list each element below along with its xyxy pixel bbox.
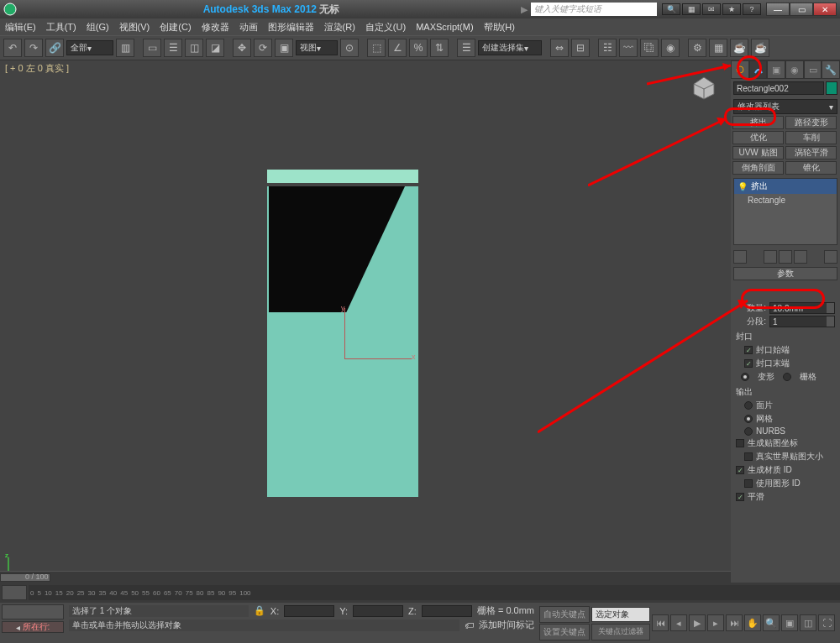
trackbar[interactable]: 0 5 10 15 20 25 30 35 40 45 50 55 60 65 … <box>0 583 840 603</box>
menu-create[interactable]: 创建(C) <box>160 21 191 34</box>
keyfilter-button[interactable]: 关键点过滤器 <box>591 624 650 640</box>
star-icon[interactable]: ★ <box>722 3 741 15</box>
layer-dropdown[interactable]: 全部 ▾ <box>66 40 113 55</box>
select-region-icon[interactable]: ◫ <box>185 39 203 57</box>
y-field[interactable] <box>353 605 403 617</box>
percent-snap-icon[interactable]: % <box>409 39 428 57</box>
subscription-icon[interactable]: ▦ <box>682 3 701 15</box>
menu-animation[interactable]: 动画 <box>239 21 258 34</box>
lathe-button[interactable]: 车削 <box>785 131 837 144</box>
cap-grid-radio[interactable] <box>783 373 791 381</box>
render-frame-icon[interactable]: ▦ <box>709 39 727 57</box>
menu-tools[interactable]: 工具(T) <box>46 21 76 34</box>
out-patch-radio[interactable] <box>744 401 753 410</box>
zoom-extents-icon[interactable]: ▣ <box>781 614 798 631</box>
snap-icon[interactable]: ⬚ <box>367 39 386 57</box>
pathdeform-button[interactable]: 路径变形 <box>785 116 837 129</box>
genmat-checkbox[interactable]: ✓ <box>736 466 744 474</box>
menu-edit[interactable]: 编辑(E) <box>5 21 36 34</box>
uvwmap-button[interactable]: UVW 贴图 <box>732 146 784 159</box>
viewport-hscroll[interactable]: 0 / 100 <box>0 571 731 583</box>
motion-tab-icon[interactable]: ◉ <box>785 60 804 79</box>
maxscript-mini-icon[interactable] <box>2 604 64 619</box>
material-editor-icon[interactable]: ◉ <box>661 39 680 57</box>
max-viewport-icon[interactable]: ⛶ <box>818 614 835 631</box>
trackbar-toggle-icon[interactable] <box>2 585 27 600</box>
undo-icon[interactable]: ↶ <box>3 39 22 57</box>
pin-stack-icon[interactable] <box>733 250 747 264</box>
schematic-icon[interactable]: ⿻ <box>640 39 659 57</box>
bevelprofile-button[interactable]: 倒角剖面 <box>732 161 784 175</box>
menu-rendering[interactable]: 渲染(R) <box>324 21 355 34</box>
search-input[interactable]: 键入关键字或短语 <box>531 3 657 16</box>
mirror-icon[interactable]: ⇔ <box>550 39 569 57</box>
filter-icon[interactable]: ▥ <box>116 39 134 57</box>
menu-maxscript[interactable]: MAXScript(M) <box>416 22 473 32</box>
stack-item-extrude[interactable]: 💡挤出 <box>734 179 837 194</box>
utilities-tab-icon[interactable]: 🔧 <box>822 60 840 79</box>
comm-icon[interactable]: ✉ <box>702 3 721 15</box>
menu-grapheditors[interactable]: 图形编辑器 <box>268 21 314 34</box>
teapot-icon[interactable]: ☕ <box>751 39 769 57</box>
refcoord-dropdown[interactable]: 视图 ▾ <box>296 40 338 55</box>
extrude-button[interactable]: 挤出 <box>732 116 784 129</box>
scale-icon[interactable]: ▣ <box>275 39 293 57</box>
menu-customize[interactable]: 自定义(U) <box>365 21 406 34</box>
minimize-button[interactable]: — <box>766 3 790 16</box>
addtime-label[interactable]: 添加时间标记 <box>479 619 534 631</box>
taper-button[interactable]: 锥化 <box>785 161 837 175</box>
menu-modifiers[interactable]: 修改器 <box>202 21 229 34</box>
spinner-snap-icon[interactable]: ⇅ <box>430 39 449 57</box>
parameters-rollout-header[interactable]: 参数 <box>733 267 837 280</box>
selection-set-dropdown[interactable]: 创建选择集 ▾ <box>478 40 542 55</box>
object-color-swatch[interactable] <box>826 81 837 95</box>
maximize-button[interactable]: ▭ <box>790 3 813 16</box>
zoom-icon[interactable]: 🔍 <box>763 614 780 631</box>
setkey-button[interactable]: 设置关键点 <box>539 624 590 640</box>
select-icon[interactable]: ▭ <box>143 39 161 57</box>
render-icon[interactable]: ☕ <box>730 39 748 57</box>
next-frame-icon[interactable]: ▸ <box>707 614 724 631</box>
viewport[interactable]: [ + 0 左 0 真实 ] y x zx 0 / 100 <box>0 60 731 583</box>
menu-group[interactable]: 组(G) <box>87 21 109 34</box>
make-unique-icon[interactable] <box>779 250 792 264</box>
cap-morph-radio[interactable] <box>741 373 749 381</box>
genmap-checkbox[interactable] <box>736 439 744 447</box>
redo-icon[interactable]: ↷ <box>24 39 43 57</box>
realworld-checkbox[interactable] <box>744 452 753 461</box>
menu-help[interactable]: 帮助(H) <box>484 21 515 34</box>
display-tab-icon[interactable]: ▭ <box>804 60 822 79</box>
modify-tab-icon[interactable] <box>749 60 768 79</box>
cap-end-checkbox[interactable]: ✓ <box>744 359 753 368</box>
configure-sets-icon[interactable] <box>824 250 837 264</box>
object-name-field[interactable]: Rectangle002 <box>733 81 824 95</box>
help-icon[interactable]: ? <box>743 3 761 15</box>
manage-sets-icon[interactable]: ☰ <box>457 39 475 57</box>
autokey-button[interactable]: 自动关键点 <box>539 606 590 623</box>
pivot-icon[interactable]: ⊙ <box>340 39 359 57</box>
move-icon[interactable]: ✥ <box>233 39 251 57</box>
segments-spinner[interactable]: 1 <box>769 316 835 327</box>
fov-icon[interactable]: ◫ <box>800 614 816 631</box>
modifier-list-dropdown[interactable]: 修改器列表▾ <box>733 99 837 114</box>
useshape-checkbox[interactable] <box>744 479 753 488</box>
window-crossing-icon[interactable]: ◪ <box>206 39 224 57</box>
link-icon[interactable]: 🔗 <box>45 39 64 57</box>
render-setup-icon[interactable]: ⚙ <box>688 39 706 57</box>
create-tab-icon[interactable] <box>731 60 749 79</box>
menu-views[interactable]: 视图(V) <box>119 21 150 34</box>
prev-frame-icon[interactable]: ◂ <box>670 614 687 631</box>
modifier-stack[interactable]: 💡挤出 Rectangle <box>733 178 837 245</box>
viewport-label[interactable]: [ + 0 左 0 真实 ] <box>5 62 69 75</box>
remove-mod-icon[interactable] <box>794 250 807 264</box>
rotate-icon[interactable]: ⟳ <box>254 39 272 57</box>
close-button[interactable]: ✕ <box>813 3 837 16</box>
x-field[interactable] <box>284 605 334 617</box>
out-nurbs-radio[interactable] <box>744 427 753 436</box>
play-icon[interactable]: ▶ <box>689 614 706 631</box>
smooth-checkbox[interactable]: ✓ <box>736 493 744 501</box>
timetag-icon[interactable]: 🏷 <box>465 620 474 630</box>
optimize-button[interactable]: 优化 <box>732 131 784 144</box>
pan-icon[interactable]: ✋ <box>744 614 761 631</box>
curve-editor-icon[interactable]: 〰 <box>619 39 638 57</box>
